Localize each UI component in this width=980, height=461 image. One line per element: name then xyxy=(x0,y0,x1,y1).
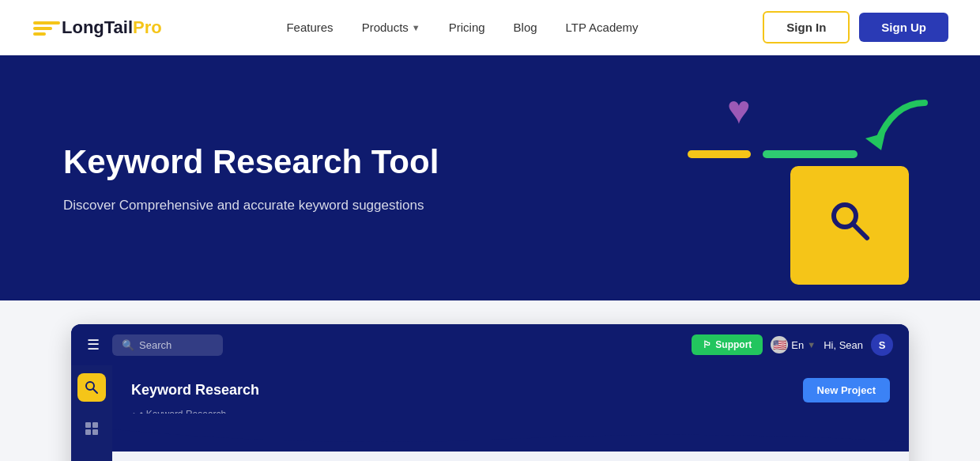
search-placeholder: Search xyxy=(139,339,172,351)
app-content: Keyword Research New Project ⌂ • Keyword… xyxy=(71,365,909,461)
app-subheader: Keyword Research New Project ⌂ • Keyword… xyxy=(112,365,909,452)
nav-item-features[interactable]: Features xyxy=(286,21,333,34)
svg-rect-9 xyxy=(92,422,98,428)
topbar-right: 🏳 Support 🇺🇸 En ▼ Hi, Sean S xyxy=(692,334,893,356)
nav-links: Features Products ▼ Pricing Blog LTP Aca… xyxy=(286,21,638,34)
sidebar-grid-icon[interactable] xyxy=(77,414,106,443)
nav-item-pricing[interactable]: Pricing xyxy=(449,21,485,34)
topbar-left: ☰ 🔍 Search xyxy=(87,334,223,356)
new-project-button[interactable]: New Project xyxy=(803,378,890,402)
hero-title: Keyword Research Tool xyxy=(63,142,439,182)
hero-section: Keyword Research Tool Discover Comprehen… xyxy=(0,55,980,300)
app-table-area: Default ✎ ··· 🗑 xyxy=(112,452,909,461)
support-button[interactable]: 🏳 Support xyxy=(692,334,763,355)
breadcrumb-home-icon: ⌂ xyxy=(131,410,137,419)
sign-in-button[interactable]: Sign In xyxy=(763,11,850,43)
page-title: Keyword Research xyxy=(131,382,259,399)
breadcrumb: ⌂ • Keyword Research xyxy=(131,409,890,429)
search-icon: 🔍 xyxy=(122,339,134,351)
navbar: LongTailPro Features Products ▼ Pricing … xyxy=(0,0,980,55)
app-search-box[interactable]: 🔍 Search xyxy=(112,334,223,356)
avatar[interactable]: S xyxy=(871,334,893,356)
arrow-icon xyxy=(846,95,933,166)
svg-line-5 xyxy=(853,224,867,238)
svg-rect-2 xyxy=(33,32,46,36)
wave-divider xyxy=(112,429,909,448)
deco-green-line xyxy=(763,150,858,158)
screenshot-section: ☰ 🔍 Search 🏳 Support 🇺🇸 En ▼ Hi, Sean S xyxy=(0,300,980,461)
hamburger-icon[interactable]: ☰ xyxy=(87,336,100,353)
svg-line-7 xyxy=(93,389,97,393)
svg-rect-8 xyxy=(85,422,91,428)
nav-buttons: Sign In Sign Up xyxy=(763,11,948,43)
logo-pro: Pro xyxy=(133,17,162,37)
hero-decoration: ♥ xyxy=(664,79,933,285)
app-screenshot: ☰ 🔍 Search 🏳 Support 🇺🇸 En ▼ Hi, Sean S xyxy=(71,324,909,461)
sidebar-search-icon[interactable] xyxy=(77,373,106,402)
sign-up-button[interactable]: Sign Up xyxy=(859,13,948,42)
nav-item-blog[interactable]: Blog xyxy=(514,21,537,34)
subheader-top: Keyword Research New Project xyxy=(131,378,890,402)
flag-icon: 🇺🇸 xyxy=(771,336,788,353)
breadcrumb-separator: • xyxy=(140,409,143,420)
language-selector[interactable]: 🇺🇸 En ▼ xyxy=(771,336,816,353)
app-main: Keyword Research New Project ⌂ • Keyword… xyxy=(112,365,909,461)
deco-search-box xyxy=(790,166,909,285)
lang-chevron-icon: ▼ xyxy=(807,340,816,350)
support-icon: 🏳 xyxy=(703,339,712,350)
logo[interactable]: LongTailPro xyxy=(32,15,162,40)
logo-long: LongTail xyxy=(62,17,133,37)
search-magnifier-icon xyxy=(826,197,873,255)
breadcrumb-current: Keyword Research xyxy=(146,409,226,420)
hero-content: Keyword Research Tool Discover Comprehen… xyxy=(63,142,439,213)
chevron-down-icon: ▼ xyxy=(412,23,420,32)
app-sidebar xyxy=(71,365,112,461)
svg-rect-11 xyxy=(92,429,98,435)
deco-yellow-line xyxy=(688,150,751,158)
svg-rect-1 xyxy=(33,27,52,30)
sidebar-chart-icon[interactable] xyxy=(77,455,106,461)
nav-item-ltp-academy[interactable]: LTP Academy xyxy=(566,21,639,34)
app-topbar: ☰ 🔍 Search 🏳 Support 🇺🇸 En ▼ Hi, Sean S xyxy=(71,324,909,365)
user-greeting: Hi, Sean xyxy=(824,339,863,351)
hero-subtitle: Discover Comprehensive and accurate keyw… xyxy=(63,198,439,213)
logo-text: LongTailPro xyxy=(62,17,162,38)
logo-icon xyxy=(32,15,62,40)
svg-rect-0 xyxy=(33,21,60,25)
nav-item-products[interactable]: Products ▼ xyxy=(362,21,420,34)
svg-marker-3 xyxy=(865,133,885,150)
svg-rect-10 xyxy=(85,429,91,435)
subheader-inner: Keyword Research New Project ⌂ • Keyword… xyxy=(112,365,909,429)
heart-icon: ♥ xyxy=(727,87,751,133)
